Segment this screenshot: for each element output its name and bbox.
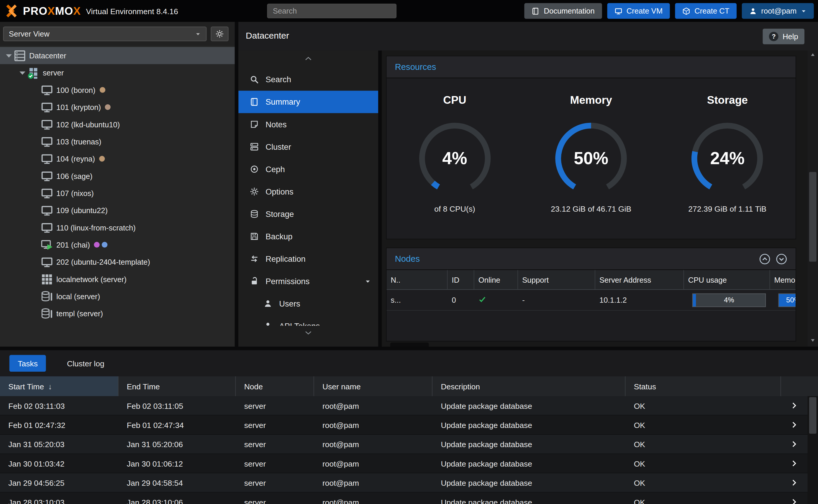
menu-item-search[interactable]: Search xyxy=(238,68,378,91)
tree-item-server[interactable]: server xyxy=(0,64,235,81)
menu-splitter[interactable] xyxy=(378,51,382,347)
column-header-status[interactable]: Status xyxy=(626,376,781,396)
task-cell-description: Update package database xyxy=(432,396,626,415)
tree-item-104-reyna[interactable]: 104 (reyna) xyxy=(0,150,235,167)
column-header-description[interactable]: Description xyxy=(432,376,626,396)
user-icon xyxy=(749,7,757,15)
menu-item-backup[interactable]: Backup xyxy=(238,225,378,248)
menu-item-storage[interactable]: Storage xyxy=(238,203,378,225)
replication-icon xyxy=(250,254,259,263)
tab-cluster-log[interactable]: Cluster log xyxy=(59,355,113,372)
chevron-up-icon xyxy=(303,55,313,63)
node-row[interactable]: s...0-10.1.1.24%50% xyxy=(386,290,796,311)
menu-item-replication[interactable]: Replication xyxy=(238,248,378,270)
task-row[interactable]: Jan 30 01:03:42Jan 30 01:06:12serverroot… xyxy=(0,454,818,473)
tree-settings-button[interactable] xyxy=(211,27,228,41)
gauge-value: 50% xyxy=(549,149,633,168)
gauge-title: Storage xyxy=(707,94,748,106)
task-row[interactable]: Feb 02 03:11:03Feb 02 03:11:05serverroot… xyxy=(0,396,818,415)
user-menu-button[interactable]: root@pam xyxy=(742,3,814,19)
tree-item-100-boron[interactable]: 100 (boron) xyxy=(0,81,235,98)
tree-item-201-chai[interactable]: 201 (chai) xyxy=(0,236,235,253)
collapse-up-icon[interactable] xyxy=(759,253,771,265)
tasks-scrollbar-thumb[interactable] xyxy=(809,397,817,434)
tree-item-101-krypton[interactable]: 101 (krypton) xyxy=(0,98,235,116)
node-column-n[interactable]: N.. xyxy=(386,270,447,289)
column-header-end-time[interactable]: End Time xyxy=(118,376,236,396)
create-ct-button[interactable]: Create CT xyxy=(675,3,737,19)
tree-item-label: 101 (krypton) xyxy=(56,103,101,111)
help-button[interactable]: ?Help xyxy=(763,29,804,44)
scroll-down-arrow-icon[interactable] xyxy=(808,337,818,343)
menu-item-users[interactable]: Users xyxy=(238,292,378,315)
menu-item-summary[interactable]: Summary xyxy=(238,91,378,113)
tasks-splitter[interactable] xyxy=(0,347,818,350)
topbar-buttons: Documentation Create VM Create CT root@p… xyxy=(524,3,814,19)
tree-expander-icon[interactable] xyxy=(4,51,14,60)
datacenter-menu: SearchSummaryNotesClusterCephOptionsStor… xyxy=(238,51,378,347)
task-row[interactable]: Jan 29 04:56:25Jan 29 04:58:54serverroot… xyxy=(0,473,818,493)
menu-item-label: Search xyxy=(266,75,291,84)
tree-item-110-linux-from-scratch[interactable]: 110 (linux-from-scratch) xyxy=(0,219,235,236)
tree-item-102-lkd-ubuntu10[interactable]: 102 (lkd-ubuntu10) xyxy=(0,116,235,133)
collapse-down-icon[interactable] xyxy=(776,253,787,265)
column-header-start-time[interactable]: Start Time↓ xyxy=(0,376,118,396)
tasks-rows: Feb 02 03:11:03Feb 02 03:11:05serverroot… xyxy=(0,396,818,504)
global-search-input[interactable] xyxy=(267,4,396,18)
node-column-online[interactable]: Online xyxy=(474,270,518,289)
tree-item-109-ubuntu22[interactable]: 109 (ubuntu22) xyxy=(0,202,235,219)
online-check-icon xyxy=(478,295,486,303)
menu-item-permissions[interactable]: Permissions xyxy=(238,270,378,292)
book-icon xyxy=(532,7,540,15)
scrollbar-thumb[interactable] xyxy=(809,172,817,262)
node-column-cpu-usage[interactable]: CPU usage xyxy=(684,270,770,289)
product-version: Virtual Environment 8.4.16 xyxy=(86,6,178,15)
tab-tasks[interactable]: Tasks xyxy=(9,355,46,372)
sidebar-splitter[interactable] xyxy=(235,22,238,347)
column-header-actions xyxy=(781,376,818,396)
node-column-id[interactable]: ID xyxy=(447,270,474,289)
task-row[interactable]: Jan 31 05:20:03Jan 31 05:20:06serverroot… xyxy=(0,435,818,454)
tree-item-103-truenas[interactable]: 103 (truenas) xyxy=(0,133,235,150)
tree-item-datacenter[interactable]: Datacenter xyxy=(0,47,235,64)
tree-item-local-server[interactable]: local (server) xyxy=(0,288,235,305)
tree-expander-icon[interactable] xyxy=(18,68,27,78)
tree-item-107-nixos[interactable]: 107 (nixos) xyxy=(0,185,235,202)
chevron-right-icon xyxy=(790,460,798,467)
view-selector[interactable]: Server View xyxy=(3,27,207,41)
create-vm-button[interactable]: Create VM xyxy=(607,3,670,19)
menu-item-ceph[interactable]: Ceph xyxy=(238,158,378,180)
gauge-title: CPU xyxy=(443,94,466,106)
scroll-up-arrow-icon[interactable] xyxy=(808,52,818,58)
tree-item-202-ubuntu-2404-template[interactable]: 202 (ubuntu-2404-template) xyxy=(0,253,235,270)
tree-item-label: local (server) xyxy=(56,292,100,300)
task-cell-status: OK xyxy=(626,473,781,492)
task-row[interactable]: Feb 01 02:47:32Feb 01 02:47:34serverroot… xyxy=(0,415,818,434)
node-column-support[interactable]: Support xyxy=(518,270,595,289)
tree-item-label: 110 (linux-from-scratch) xyxy=(56,223,136,232)
menu-item-cluster[interactable]: Cluster xyxy=(238,136,378,158)
tree-item-templ-server[interactable]: templ (server) xyxy=(0,305,235,322)
menu-scroll-up[interactable] xyxy=(238,55,378,66)
tasks-scrollbar[interactable] xyxy=(808,396,818,504)
task-row[interactable]: Jan 28 03:10:03Jan 28 03:10:06serverroot… xyxy=(0,493,818,504)
menu-item-api-tokens[interactable]: API Tokens xyxy=(238,315,378,326)
page-title: Datacenter xyxy=(246,31,289,41)
documentation-button[interactable]: Documentation xyxy=(524,3,602,19)
vm-icon xyxy=(41,187,53,199)
menu-item-label: Users xyxy=(279,299,300,308)
task-cell-status: OK xyxy=(626,493,781,504)
menu-item-options[interactable]: Options xyxy=(238,180,378,203)
nodes-header: Nodes xyxy=(386,248,796,270)
column-header-node[interactable]: Node xyxy=(236,376,314,396)
menu-item-notes[interactable]: Notes xyxy=(238,113,378,136)
menu-scroll-down[interactable] xyxy=(238,329,378,340)
column-header-user-name[interactable]: User name xyxy=(314,376,432,396)
node-support-cell: - xyxy=(518,296,595,304)
node-column-server-address[interactable]: Server Address xyxy=(595,270,684,289)
tree-item-localnetwork-server[interactable]: localnetwork (server) xyxy=(0,271,235,288)
node-column-memory-u[interactable]: Memory u xyxy=(770,270,796,289)
tree-item-106-sage[interactable]: 106 (sage) xyxy=(0,167,235,185)
task-cell-node: server xyxy=(236,473,314,492)
content-scrollbar[interactable] xyxy=(808,51,818,347)
